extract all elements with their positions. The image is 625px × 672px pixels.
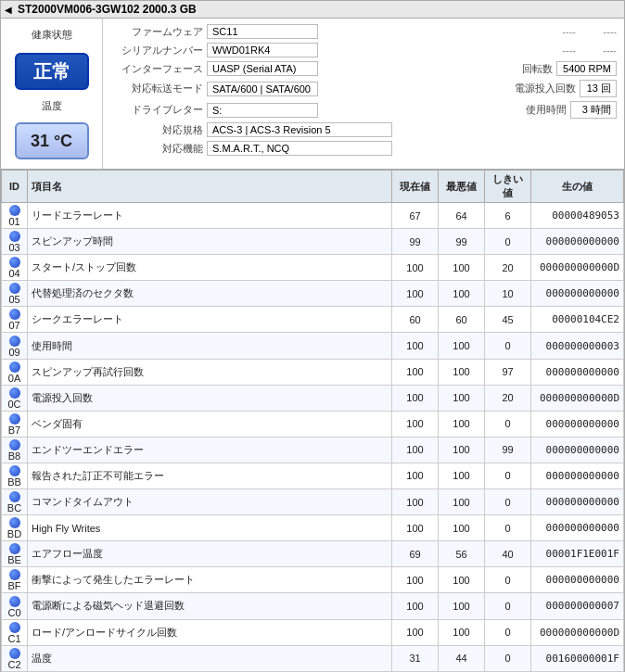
cell-name: 報告された訂正不可能エラー (28, 463, 392, 488)
cell-thresh: 0 (485, 411, 531, 437)
cell-id: C0 (2, 593, 28, 619)
cell-raw: 00000489053 (531, 203, 624, 229)
cell-name: 衝撃によって発生したエラーレート (28, 567, 392, 593)
cell-name: 電源断による磁気ヘッド退避回数 (28, 593, 392, 619)
status-icon (9, 283, 20, 294)
temp-value: 31 °C (15, 122, 89, 159)
cell-id: C2 (2, 645, 28, 671)
table-row: 04 スタート/ストップ回数 100 100 20 000000000000D (2, 255, 624, 281)
title-bar: ◀ ST2000VM006-3GW102 2000.3 GB (0, 0, 625, 19)
cell-id: 03 (2, 229, 28, 255)
func-label: 対応機能 (110, 142, 203, 156)
status-icon (9, 205, 20, 216)
cell-name: コマンドタイムアウト (28, 489, 392, 515)
cell-id: BC (2, 489, 28, 515)
status-icon (9, 465, 20, 476)
status-icon (9, 648, 20, 659)
cell-cur: 100 (392, 281, 439, 307)
cell-cur: 60 (392, 307, 439, 333)
cell-id: BD (2, 515, 28, 541)
cell-raw: 00001F1E001F (531, 541, 624, 567)
cell-name: リードエラーレート (28, 203, 392, 229)
firmware-label: ファームウェア (110, 25, 203, 39)
hours-label: 使用時間 (520, 103, 567, 117)
spec-label: 対応規格 (110, 123, 203, 137)
status-icon (9, 569, 20, 580)
cell-worst: 100 (439, 515, 485, 541)
cell-worst: 100 (439, 463, 485, 488)
cell-cur: 100 (392, 411, 439, 437)
func-row: 対応機能 S.M.A.R.T., NCQ (110, 139, 617, 158)
cell-raw: 000000000007 (531, 593, 624, 619)
cell-raw: 000000000000 (531, 489, 624, 515)
col-header-raw: 生の値 (531, 171, 624, 203)
cell-cur: 100 (392, 437, 439, 463)
cell-name: スピンアップ時間 (28, 229, 392, 255)
smart-table: ID 項目名 現在値 最悪値 しきい値 生の値 01 リードエラーレート 67 … (1, 170, 624, 672)
cell-cur: 100 (392, 567, 439, 593)
cell-thresh: 10 (485, 281, 531, 307)
status-icon (9, 309, 20, 320)
back-button[interactable]: ◀ (5, 5, 12, 15)
cell-raw: 000000000000 (531, 229, 624, 255)
dashes3: ---- (562, 44, 576, 56)
cell-worst: 100 (439, 333, 485, 359)
transfer-value: SATA/600 | SATA/600 (207, 82, 318, 96)
cell-cur: 100 (392, 489, 439, 515)
cell-thresh: 97 (485, 359, 531, 385)
cell-raw: 000000000000D (531, 385, 624, 411)
cell-thresh: 0 (485, 333, 531, 359)
status-icon (9, 387, 20, 399)
cell-thresh: 45 (485, 307, 531, 333)
cell-cur: 69 (392, 541, 439, 567)
status-icon (9, 543, 20, 554)
drive-label: ドライブレター (110, 103, 203, 117)
status-icon (9, 361, 20, 373)
cell-name: High Fly Writes (28, 515, 392, 541)
table-row: C0 電源断による磁気ヘッド退避回数 100 100 0 00000000000… (2, 593, 624, 619)
dashes4: ---- (580, 44, 617, 56)
temp-label: 温度 (42, 99, 62, 113)
cell-id: 0C (2, 385, 28, 411)
cell-id: 04 (2, 255, 28, 281)
cell-thresh: 40 (485, 541, 531, 567)
status-icon (9, 517, 20, 528)
cell-raw: 000000000000 (531, 411, 624, 437)
cell-worst: 100 (439, 255, 485, 281)
cell-worst: 100 (439, 489, 485, 515)
cell-cur: 100 (392, 385, 439, 411)
right-panel: ファームウェア SC11 ---- ---- シリアルナンバー WWD01RK4… (103, 19, 624, 169)
status-icon (9, 596, 20, 607)
cell-thresh: 0 (485, 593, 531, 619)
cell-worst: 100 (439, 385, 485, 411)
rpm-value: 5400 RPM (556, 61, 617, 76)
cell-thresh: 0 (485, 567, 531, 593)
cell-name: 温度 (28, 645, 392, 671)
status-icon (9, 413, 20, 425)
cell-cur: 100 (392, 333, 439, 359)
cell-raw: 000000000000 (531, 515, 624, 541)
cell-worst: 100 (439, 359, 485, 385)
cell-worst: 64 (439, 203, 485, 229)
cell-worst: 100 (439, 437, 485, 463)
cell-thresh: 0 (485, 463, 531, 488)
disk-title: ST2000VM006-3GW102 2000.3 GB (18, 3, 197, 16)
cell-thresh: 0 (485, 229, 531, 255)
cell-worst: 99 (439, 229, 485, 255)
drive-row: ドライブレター S: 使用時間 3 時間 (110, 99, 617, 120)
cell-raw: 000000000003 (531, 333, 624, 359)
serial-value: WWD01RK4 (207, 43, 318, 57)
table-row: 03 スピンアップ時間 99 99 0 000000000000 (2, 229, 624, 255)
cell-raw: 000000000000 (531, 359, 624, 385)
cell-raw: 000000000000 (531, 567, 624, 593)
cell-name: ベンダ固有 (28, 411, 392, 437)
cell-name: スピンアップ再試行回数 (28, 359, 392, 385)
cell-thresh: 99 (485, 437, 531, 463)
table-row: 07 シークエラーレート 60 60 45 00000104CE2 (2, 307, 624, 333)
table-row: 09 使用時間 100 100 0 000000000003 (2, 333, 624, 359)
cell-raw: 000000000000 (531, 281, 624, 307)
table-row: C2 温度 31 44 0 00160000001F (2, 645, 624, 671)
cell-cur: 100 (392, 463, 439, 488)
interface-value: UASP (Serial ATA) (207, 61, 318, 76)
cell-thresh: 20 (485, 255, 531, 281)
